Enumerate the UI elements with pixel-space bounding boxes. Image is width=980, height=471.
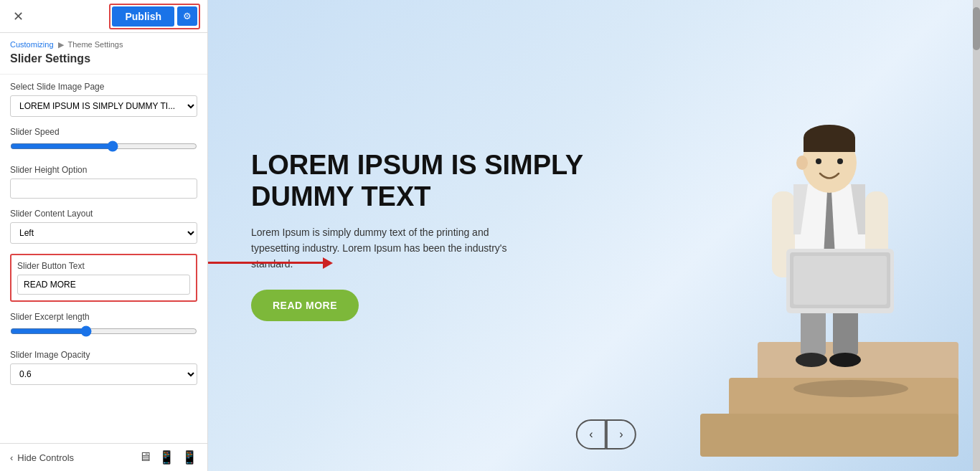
left-panel: ✕ Publish ⚙ Customizing ▶ Theme Settings… [0, 0, 208, 471]
slide-image-page-select[interactable]: LOREM IPSUM IS SIMPLY DUMMY TI... [10, 95, 197, 117]
slider-height-input[interactable] [10, 179, 197, 199]
hide-controls-label: Hide Controls [17, 452, 74, 463]
panel-scroll[interactable]: Select Slide Image Page LOREM IPSUM IS S… [0, 75, 207, 443]
top-bar: ✕ Publish ⚙ [0, 0, 207, 33]
svg-point-7 [829, 353, 861, 367]
slider-excerpt-length-label: Slider Excerpt length [10, 312, 197, 322]
field-slider-button-text-group: Slider Button Text [10, 254, 197, 302]
slider-excerpt-range[interactable] [10, 325, 197, 337]
desktop-icon[interactable]: 🖥 [138, 449, 151, 465]
slide-image-page-label: Select Slide Image Page [10, 82, 197, 92]
breadcrumb-separator: ▶ [58, 40, 64, 49]
breadcrumb-root-link[interactable]: Customizing [10, 40, 54, 49]
mobile-icon[interactable]: 📱 [182, 449, 197, 465]
right-preview: LOREM IPSUM IS SIMPLY DUMMY TEXT Lorem I… [208, 0, 980, 471]
person-illustration [614, 0, 958, 471]
svg-point-19 [816, 158, 821, 164]
slider-speed-range-container [10, 141, 197, 155]
svg-point-18 [796, 156, 808, 170]
slider-height-label: Slider Height Option [10, 165, 197, 175]
hide-controls-button[interactable]: ‹ Hide Controls [10, 452, 74, 463]
svg-rect-14 [793, 256, 887, 305]
read-more-button[interactable]: READ MORE [251, 290, 359, 321]
left-chevron-icon: ‹ [10, 452, 13, 463]
slider-speed-label: Slider Speed [10, 127, 197, 137]
field-slider-image-opacity: Slider Image Opacity 0.10.20.30.4 0.50.6… [10, 350, 197, 385]
bottom-bar: ‹ Hide Controls 🖥 📱 📱 [0, 443, 207, 471]
field-slider-speed: Slider Speed [10, 127, 197, 155]
slider-content-layout-select[interactable]: Left Center Right [10, 222, 197, 244]
svg-point-6 [796, 353, 827, 367]
slider-prev-button[interactable]: ‹ [576, 419, 606, 449]
breadcrumb-current: Theme Settings [67, 40, 123, 49]
svg-rect-17 [804, 138, 855, 152]
field-slide-image-page: Select Slide Image Page LOREM IPSUM IS S… [10, 82, 197, 117]
hero-desc: Lorem Ipsum is simply dummy text of the … [251, 224, 524, 272]
device-icons: 🖥 📱 📱 [138, 449, 197, 465]
svg-point-3 [793, 380, 908, 397]
slider-image-opacity-label: Slider Image Opacity [10, 350, 197, 360]
slider-next-button[interactable]: › [606, 419, 636, 449]
text-block: LOREM IPSUM IS SIMPLY DUMMY TEXT Lorem I… [208, 121, 633, 350]
field-slider-content-layout: Slider Content Layout Left Center Right [10, 209, 197, 244]
slider-excerpt-range-container [10, 325, 197, 340]
section-title: Slider Settings [10, 49, 197, 71]
svg-rect-2 [700, 414, 958, 457]
field-slider-height: Slider Height Option [10, 165, 197, 199]
slider-speed-range[interactable] [10, 141, 197, 152]
svg-point-20 [837, 158, 843, 164]
publish-button[interactable]: Publish [112, 6, 174, 27]
slider-button-text-label: Slider Button Text [17, 261, 190, 271]
slider-button-text-input[interactable] [17, 275, 190, 295]
right-scrollbar[interactable] [973, 0, 980, 471]
right-scrollbar-thumb [973, 7, 980, 50]
gear-button[interactable]: ⚙ [177, 6, 197, 26]
breadcrumb: Customizing ▶ Theme Settings [10, 40, 197, 49]
breadcrumb-area: Customizing ▶ Theme Settings Slider Sett… [0, 33, 207, 75]
close-button[interactable]: ✕ [7, 6, 29, 27]
publish-area: Publish ⚙ [109, 4, 200, 29]
tablet-icon[interactable]: 📱 [159, 449, 174, 465]
hero-title: LOREM IPSUM IS SIMPLY DUMMY TEXT [251, 150, 590, 212]
slider-image-opacity-select[interactable]: 0.10.20.30.4 0.50.60.70.8 0.91.0 [10, 363, 197, 385]
slider-content-layout-label: Slider Content Layout [10, 209, 197, 219]
slider-nav: ‹ › [576, 419, 636, 449]
field-slider-excerpt-length: Slider Excerpt length [10, 312, 197, 340]
